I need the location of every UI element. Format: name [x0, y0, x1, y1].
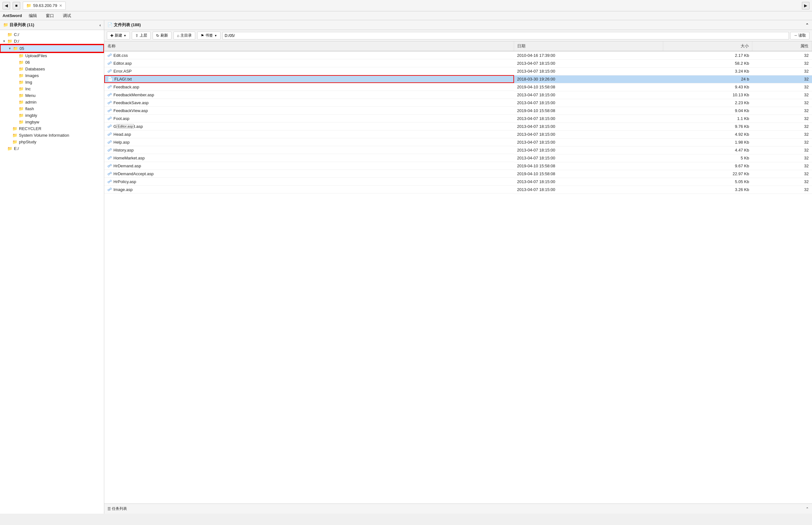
table-row[interactable]: ☍History.asp2013-04-07 18:15:004.47 Kb32 [104, 146, 812, 154]
file-attr-cell: 32 [752, 59, 812, 67]
tree-item-images[interactable]: 📁 Images [0, 72, 104, 79]
tab-server[interactable]: 📁 59.63.200.79 ✕ [23, 2, 66, 10]
table-row[interactable]: ☍FeedbackView.asp2019-04-10 15:58:089.04… [104, 107, 812, 115]
folder-icon-imgbyw: 📁 [19, 120, 24, 124]
tree-label-php: phpStudy [19, 139, 36, 144]
tree-item-img[interactable]: 📁 Img [0, 79, 104, 86]
table-row[interactable]: ☍GEditor.aspt.asp2013-04-07 18:15:009.76… [104, 122, 812, 130]
file-name-cell: ☍Image.asp [104, 186, 514, 194]
file-size-cell: 1.98 Kb [663, 138, 752, 146]
table-row[interactable]: ☍Help.asp2013-04-07 18:15:001.98 Kb32 [104, 138, 812, 146]
table-row[interactable]: ☍Error.ASP2013-04-07 18:15:003.24 Kb32 [104, 67, 812, 75]
left-panel: 📁 目录列表 (11) ‹ 📁 C:/ ▼ 📁 D:/ ▼ 📁 05 [0, 20, 104, 514]
tree-label-images: Images [25, 73, 39, 78]
tree-item-imgbyw[interactable]: 📁 imgbyw [0, 119, 104, 125]
file-date-cell: 2010-04-16 17:39:00 [514, 51, 663, 59]
tree-item-databases[interactable]: 📁 Databases [0, 66, 104, 72]
tree-item-phpstudy[interactable]: 📁 phpStudy [0, 139, 104, 145]
right-collapse-button[interactable]: ⌃ [806, 23, 809, 28]
tree-item-imgbly[interactable]: 📁 imgbly [0, 112, 104, 119]
menu-window[interactable]: 窗口 [44, 12, 56, 19]
go-button[interactable]: → 读取 [790, 32, 810, 40]
col-header-name[interactable]: 名称 [104, 41, 514, 51]
folder-icon-svi: 📁 [12, 133, 17, 138]
file-attr-cell: 32 [752, 138, 812, 146]
file-icon: ☍ [107, 108, 112, 113]
file-name-cell: 📄FLAG!.txt [104, 75, 514, 83]
file-size-cell: 9.43 Kb [663, 83, 752, 91]
col-header-size[interactable]: 大小 [663, 41, 752, 51]
nav-back-button[interactable]: ◀ [2, 2, 10, 10]
table-row[interactable]: ☍FeedbackMember.asp2013-04-07 18:15:0010… [104, 91, 812, 99]
file-attr-cell: 32 [752, 162, 812, 170]
tree-item-admin[interactable]: 📁 admin [0, 99, 104, 105]
tree-item-d[interactable]: ▼ 📁 D:/ [0, 38, 104, 45]
file-date-cell: 2013-04-07 18:15:00 [514, 146, 663, 154]
table-row[interactable]: ☍Image.asp2013-04-07 18:15:003.26 Kb32 [104, 186, 812, 194]
tree-item-flash[interactable]: 📁 flash [0, 105, 104, 112]
menu-debug[interactable]: 调试 [61, 12, 73, 19]
tree-label-menu: Menu [25, 93, 36, 98]
table-row[interactable]: ☍HomeMarket.asp2013-04-07 18:15:005 Kb32 [104, 154, 812, 162]
file-date-cell: 2013-04-07 18:15:00 [514, 59, 663, 67]
table-row[interactable]: ☍HrDemand.asp2019-04-10 15:58:089.67 Kb3… [104, 162, 812, 170]
table-row[interactable]: 📄FLAG!.txt2018-03-30 19:26:0024 b32 [104, 75, 812, 83]
folder-icon-php: 📁 [12, 139, 17, 144]
file-icon: ☍ [107, 53, 112, 58]
file-attr-cell: 32 [752, 186, 812, 194]
nav-grid-button[interactable]: ■ [13, 2, 20, 10]
tree-label-imgbly: imgbly [25, 113, 37, 118]
new-button[interactable]: ✚ 新建 ▼ [107, 32, 130, 40]
file-attr-cell: 32 [752, 75, 812, 83]
table-row[interactable]: ☍FeedbackSave.asp2013-04-07 18:15:002.23… [104, 99, 812, 107]
file-date-cell: 2013-04-07 18:15:00 [514, 154, 663, 162]
left-collapse-button[interactable]: ‹ [100, 23, 101, 28]
tab-folder-icon: 📁 [26, 3, 31, 8]
file-size-cell: 5.05 Kb [663, 178, 752, 186]
folder-icon: 📁 [7, 32, 12, 37]
file-size-cell: 2.23 Kb [663, 99, 752, 107]
col-header-attr[interactable]: 属性 [752, 41, 812, 51]
table-row[interactable]: ☍HrPolicy.asp2013-04-07 18:15:005.05 Kb3… [104, 178, 812, 186]
folder-icon-uf: 📁 [19, 54, 24, 58]
col-header-date[interactable]: 日期 [514, 41, 663, 51]
table-row[interactable]: ☍Edit.css2010-04-16 17:39:002.17 Kb32 [104, 51, 812, 59]
tab-close-button[interactable]: ✕ [59, 3, 62, 8]
folder-icon-d: 📁 [7, 39, 12, 44]
table-row[interactable]: ☍Feedback.asp2019-04-10 15:58:089.43 Kb3… [104, 83, 812, 91]
path-bar: → 读取 [222, 32, 810, 40]
file-table: 名称 日期 大小 属性 ☍Edit.css2010-04-16 17:39:00… [104, 41, 812, 194]
table-row[interactable]: ☍Foot.asp2013-04-07 18:15:001.1 Kb32 [104, 115, 812, 122]
bottom-expand-button[interactable]: ⌃ [806, 507, 809, 511]
tree-item-uploadfiles[interactable]: 📁 UploadFiles [0, 52, 104, 59]
table-row[interactable]: ☍Editor.asp2013-04-07 18:15:0058.2 Kb32 [104, 59, 812, 67]
table-row[interactable]: ☍Head.asp2013-04-07 18:15:004.92 Kb32 [104, 130, 812, 138]
file-attr-cell: 32 [752, 170, 812, 178]
tree-item-menu[interactable]: 📁 Menu [0, 92, 104, 99]
table-row[interactable]: ☍HrDemandAccept.asp2019-04-10 15:58:0822… [104, 170, 812, 178]
path-input[interactable] [222, 32, 789, 40]
tree-item-inc[interactable]: 📁 Inc [0, 86, 104, 92]
refresh-button[interactable]: ↻ 刷新 [153, 32, 172, 40]
tree-item-recycler[interactable]: 📁 RECYCLER [0, 125, 104, 132]
file-icon: ☍ [107, 100, 112, 105]
home-button[interactable]: ⌂ 主目录 [173, 32, 195, 40]
nav-forward-button[interactable]: ▶ [802, 2, 810, 10]
file-attr-cell: 32 [752, 107, 812, 115]
tree-item-e[interactable]: 📁 E:/ [0, 145, 104, 152]
file-size-cell: 9.76 Kb [663, 122, 752, 130]
tree-item-c[interactable]: 📁 C:/ [0, 31, 104, 38]
file-size-cell: 5 Kb [663, 154, 752, 162]
plus-icon: ✚ [110, 33, 113, 38]
file-size-cell: 1.1 Kb [663, 115, 752, 122]
tree-item-05[interactable]: ▼ 📁 05 [0, 45, 104, 52]
up-button[interactable]: ⇧ 上层 [132, 32, 151, 40]
file-name-cell: ☍Feedback.asp [104, 83, 514, 91]
menu-edit[interactable]: 编辑 [27, 12, 39, 19]
tree-item-06[interactable]: 📁 06 [0, 59, 104, 66]
file-name-cell: ☍HrDemand.asp [104, 162, 514, 170]
bookmark-button[interactable]: ⚑ 书签 ▼ [197, 32, 220, 40]
tree-label: C:/ [14, 32, 19, 37]
right-panel: 📄 文件列表 (188) ⌃ ✚ 新建 ▼ ⇧ 上层 ↻ 刷新 ⌂ 主目录 [104, 20, 812, 514]
tree-item-sysvolinfo[interactable]: 📁 System Volume Information [0, 132, 104, 139]
